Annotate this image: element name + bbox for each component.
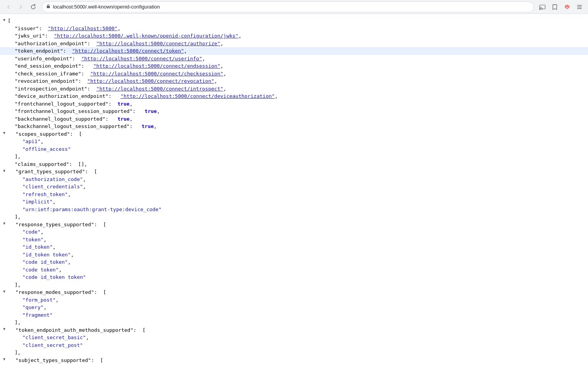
response-type-id-token-token: "id_token token", — [0, 251, 588, 259]
token-endpoint-auth-methods-line: ▼ "token_endpoint_auth_methods_supported… — [0, 326, 588, 334]
collapse-grant-types[interactable]: ▼ — [2, 168, 7, 173]
response-mode-fragment: "fragment" — [0, 311, 588, 319]
response-mode-form-post: "form_post", — [0, 296, 588, 304]
scopes-close: ], — [0, 153, 588, 160]
back-button[interactable] — [3, 2, 14, 12]
jwks-uri-link[interactable]: "http://localhost:5000/.well-known/openi… — [54, 32, 238, 40]
nav-buttons — [3, 2, 39, 12]
scopes-offline-access: "offline_access" — [0, 145, 588, 153]
backchannel-logout-session-supported-line: "backchannel_logout_session_supported": … — [0, 123, 588, 130]
revocation-endpoint-line: "revocation_endpoint": "http://localhost… — [0, 77, 588, 85]
response-type-code-id-token: "code id_token", — [0, 258, 588, 266]
userinfo-endpoint-link[interactable]: "http://localhost:5000/connect/userinfo" — [81, 55, 202, 63]
toolbar-right — [537, 2, 585, 12]
svg-rect-3 — [577, 5, 582, 6]
authorization-endpoint-link[interactable]: "http://localhost:5000/connect/authorize… — [96, 40, 220, 48]
collapse-root[interactable]: ▼ — [2, 17, 7, 22]
svg-rect-4 — [577, 7, 582, 7]
svg-rect-5 — [577, 8, 582, 9]
grant-implicit: "implicit", — [0, 198, 588, 206]
response-types-supported-line: ▼ "response_types_supported": [ — [0, 221, 588, 229]
introspection-endpoint-link[interactable]: "http://localhost:5000/connect/introspec… — [96, 85, 223, 93]
menu-button[interactable] — [574, 2, 585, 12]
end-session-endpoint-link[interactable]: "http://localhost:5000/connect/endsessio… — [93, 62, 221, 70]
subject-types-supported-line: ▼ "subject_types_supported": [ — [0, 357, 588, 364]
introspection-endpoint-line: "introspection_endpoint": "http://localh… — [0, 85, 588, 93]
vivaldi-button[interactable] — [562, 2, 573, 12]
cast-button[interactable] — [537, 2, 548, 12]
reload-button[interactable] — [28, 2, 39, 12]
response-modes-close: ], — [0, 319, 588, 326]
browser-toolbar — [0, 0, 588, 14]
revocation-endpoint-link[interactable]: "http://localhost:5000/connect/revocatio… — [87, 77, 214, 85]
response-types-close: ], — [0, 281, 588, 289]
response-type-token: "token", — [0, 236, 588, 244]
json-content: ▼ [ "issuer": "http://localhost:5000", "… — [0, 14, 588, 379]
auth-method-client-secret-post: "client_secret_post" — [0, 341, 588, 349]
response-mode-query: "query", — [0, 304, 588, 311]
forward-button[interactable] — [15, 2, 26, 12]
token-endpoint-line: "token_endpoint": "http://localhost:5000… — [0, 47, 588, 55]
collapse-response-types[interactable]: ▼ — [2, 221, 7, 226]
issuer-line: "issuer": "http://localhost:5000", — [0, 25, 588, 32]
response-type-code-id-token-token: "code id_token token" — [0, 273, 588, 281]
frontchannel-logout-session-supported-line: "frontchannel_logout_session_supported":… — [0, 108, 588, 115]
grant-types-close: ], — [0, 213, 588, 221]
grant-device-code: "urn:ietf:params:oauth:grant-type:device… — [0, 206, 588, 213]
address-input[interactable] — [53, 4, 530, 10]
check-session-iframe-link[interactable]: "http://localhost:5000/connect/checksess… — [90, 70, 223, 78]
grant-authorization-code: "authorization_code", — [0, 176, 588, 183]
grant-types-supported-line: ▼ "grant_types_supported": [ — [0, 168, 588, 176]
grant-refresh-token: "refresh_token", — [0, 191, 588, 198]
frontchannel-logout-supported-line: "frontchannel_logout_supported": true, — [0, 100, 588, 108]
token-auth-methods-close: ], — [0, 349, 588, 357]
end-session-endpoint-line: "end_session_endpoint": "http://localhos… — [0, 62, 588, 70]
backchannel-logout-supported-line: "backchannel_logout_supported": true, — [0, 115, 588, 123]
collapse-response-modes[interactable]: ▼ — [2, 289, 7, 294]
bookmark-button[interactable] — [549, 2, 560, 12]
auth-method-client-secret-basic: "client_secret_basic", — [0, 334, 588, 341]
check-session-iframe-line: "check_session_iframe": "http://localhos… — [0, 70, 588, 78]
device-authorization-endpoint-line: "device_authorization_endpoint": "http:/… — [0, 92, 588, 100]
svg-point-2 — [539, 9, 540, 10]
collapse-subject-types[interactable]: ▼ — [2, 357, 7, 362]
response-type-code-token: "code token", — [0, 266, 588, 274]
response-modes-supported-line: ▼ "response_modes_supported": [ — [0, 289, 588, 296]
collapse-token-auth-methods[interactable]: ▼ — [2, 326, 7, 332]
scopes-api1: "api1", — [0, 138, 588, 145]
root-open: ▼ [ — [0, 17, 588, 25]
token-endpoint-link[interactable]: "http://localhost:5000/connect/token" — [72, 47, 184, 55]
security-icon — [46, 4, 51, 10]
grant-client-credentials: "client_credentials", — [0, 183, 588, 191]
collapse-scopes[interactable]: ▼ — [2, 130, 7, 136]
authorization-endpoint-line: "authorization_endpoint": "http://localh… — [0, 40, 588, 48]
userinfo-endpoint-line: "userinfo_endpoint": "http://localhost:5… — [0, 55, 588, 63]
response-type-id-token: "id_token", — [0, 243, 588, 251]
svg-rect-0 — [47, 6, 50, 8]
claims-supported-line: "claims_supported": [], — [0, 160, 588, 168]
response-type-code: "code", — [0, 228, 588, 236]
device-authorization-endpoint-link[interactable]: "http://localhost:5000/connect/deviceaut… — [121, 92, 275, 100]
address-bar-container[interactable] — [42, 2, 534, 12]
issuer-link[interactable]: "http://localhost:5000" — [48, 25, 117, 32]
scopes-supported-line: ▼ "scopes_supported": [ — [0, 130, 588, 138]
jwks-uri-line: "jwks_uri": "http://localhost:5000/.well… — [0, 32, 588, 40]
